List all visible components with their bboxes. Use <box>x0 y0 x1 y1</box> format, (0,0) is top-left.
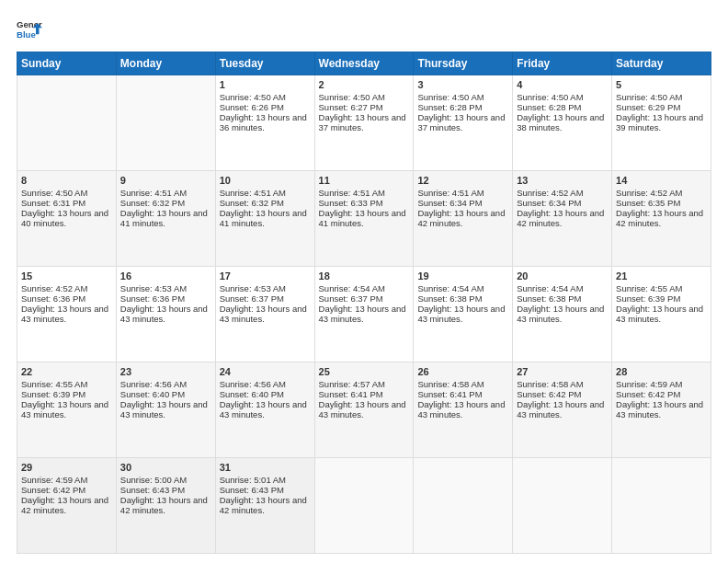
day-number: 14 <box>616 175 707 186</box>
table-cell: 14Sunrise: 4:52 AMSunset: 6:35 PMDayligh… <box>612 171 711 267</box>
table-cell: 22Sunrise: 4:55 AMSunset: 6:39 PMDayligh… <box>17 362 117 458</box>
day-number: 13 <box>517 175 608 186</box>
day-number: 18 <box>319 270 410 282</box>
day-number: 28 <box>616 366 707 377</box>
table-cell: 3Sunrise: 4:50 AMSunset: 6:28 PMDaylight… <box>414 75 513 171</box>
day-number: 29 <box>21 462 112 473</box>
day-number: 10 <box>220 175 311 186</box>
day-number: 17 <box>220 270 311 282</box>
table-cell: 5Sunrise: 4:50 AMSunset: 6:29 PMDaylight… <box>612 75 711 171</box>
col-wednesday: Wednesday <box>314 52 414 75</box>
header: General Blue <box>17 17 711 42</box>
table-cell: 13Sunrise: 4:52 AMSunset: 6:34 PMDayligh… <box>513 171 612 267</box>
day-number: 26 <box>417 366 508 377</box>
table-cell: 12Sunrise: 4:51 AMSunset: 6:34 PMDayligh… <box>414 171 513 267</box>
day-number: 2 <box>319 79 410 90</box>
svg-text:Blue: Blue <box>17 29 36 40</box>
table-cell: 19Sunrise: 4:54 AMSunset: 6:38 PMDayligh… <box>414 267 513 362</box>
table-cell: 25Sunrise: 4:57 AMSunset: 6:41 PMDayligh… <box>314 362 414 458</box>
day-number: 21 <box>616 270 707 282</box>
table-cell: 27Sunrise: 4:58 AMSunset: 6:42 PMDayligh… <box>513 362 612 458</box>
day-number: 25 <box>319 366 410 377</box>
table-cell <box>612 458 711 554</box>
table-cell: 20Sunrise: 4:54 AMSunset: 6:38 PMDayligh… <box>513 267 612 362</box>
table-cell: 31Sunrise: 5:01 AMSunset: 6:43 PMDayligh… <box>215 458 314 554</box>
table-cell <box>17 75 117 171</box>
calendar-header-row: Sunday Monday Tuesday Wednesday Thursday… <box>17 52 711 75</box>
table-cell: 8Sunrise: 4:50 AMSunset: 6:31 PMDaylight… <box>17 171 117 267</box>
day-number: 31 <box>220 462 311 473</box>
table-cell: 29Sunrise: 4:59 AMSunset: 6:42 PMDayligh… <box>17 458 117 554</box>
table-cell: 28Sunrise: 4:59 AMSunset: 6:42 PMDayligh… <box>612 362 711 458</box>
table-cell: 24Sunrise: 4:56 AMSunset: 6:40 PMDayligh… <box>215 362 314 458</box>
table-cell: 26Sunrise: 4:58 AMSunset: 6:41 PMDayligh… <box>414 362 513 458</box>
day-number: 4 <box>517 79 608 90</box>
day-number: 15 <box>21 270 112 282</box>
col-monday: Monday <box>116 52 215 75</box>
day-number: 24 <box>220 366 311 377</box>
day-number: 19 <box>417 270 508 282</box>
day-number: 5 <box>616 79 707 90</box>
table-cell <box>513 458 612 554</box>
table-cell <box>314 458 414 554</box>
table-cell <box>414 458 513 554</box>
col-thursday: Thursday <box>414 52 513 75</box>
table-cell: 21Sunrise: 4:55 AMSunset: 6:39 PMDayligh… <box>612 267 711 362</box>
table-cell: 2Sunrise: 4:50 AMSunset: 6:27 PMDaylight… <box>314 75 414 171</box>
day-number: 22 <box>21 366 112 377</box>
day-number: 23 <box>120 366 211 377</box>
table-cell: 9Sunrise: 4:51 AMSunset: 6:32 PMDaylight… <box>116 171 215 267</box>
page: General Blue Sunday Monday Tuesday Wedne… <box>0 0 728 563</box>
table-cell: 16Sunrise: 4:53 AMSunset: 6:36 PMDayligh… <box>116 267 215 362</box>
day-number: 9 <box>120 175 211 186</box>
day-number: 12 <box>417 175 508 186</box>
table-cell: 10Sunrise: 4:51 AMSunset: 6:32 PMDayligh… <box>215 171 314 267</box>
col-tuesday: Tuesday <box>215 52 314 75</box>
day-number: 20 <box>517 270 608 282</box>
logo-icon: General Blue <box>17 17 42 42</box>
day-number: 1 <box>220 79 311 90</box>
day-number: 16 <box>120 270 211 282</box>
day-number: 8 <box>21 175 112 186</box>
day-number: 30 <box>120 462 211 473</box>
calendar-table: Sunday Monday Tuesday Wednesday Thursday… <box>17 52 711 554</box>
table-cell: 30Sunrise: 5:00 AMSunset: 6:43 PMDayligh… <box>116 458 215 554</box>
table-cell: 23Sunrise: 4:56 AMSunset: 6:40 PMDayligh… <box>116 362 215 458</box>
col-friday: Friday <box>513 52 612 75</box>
logo: General Blue <box>17 17 42 42</box>
table-cell: 18Sunrise: 4:54 AMSunset: 6:37 PMDayligh… <box>314 267 414 362</box>
table-cell: 1Sunrise: 4:50 AMSunset: 6:26 PMDaylight… <box>215 75 314 171</box>
day-number: 3 <box>417 79 508 90</box>
table-cell: 17Sunrise: 4:53 AMSunset: 6:37 PMDayligh… <box>215 267 314 362</box>
day-number: 27 <box>517 366 608 377</box>
col-saturday: Saturday <box>612 52 711 75</box>
col-sunday: Sunday <box>17 52 117 75</box>
table-cell <box>116 75 215 171</box>
table-cell: 4Sunrise: 4:50 AMSunset: 6:28 PMDaylight… <box>513 75 612 171</box>
table-cell: 11Sunrise: 4:51 AMSunset: 6:33 PMDayligh… <box>314 171 414 267</box>
table-cell: 15Sunrise: 4:52 AMSunset: 6:36 PMDayligh… <box>17 267 117 362</box>
day-number: 11 <box>319 175 410 186</box>
